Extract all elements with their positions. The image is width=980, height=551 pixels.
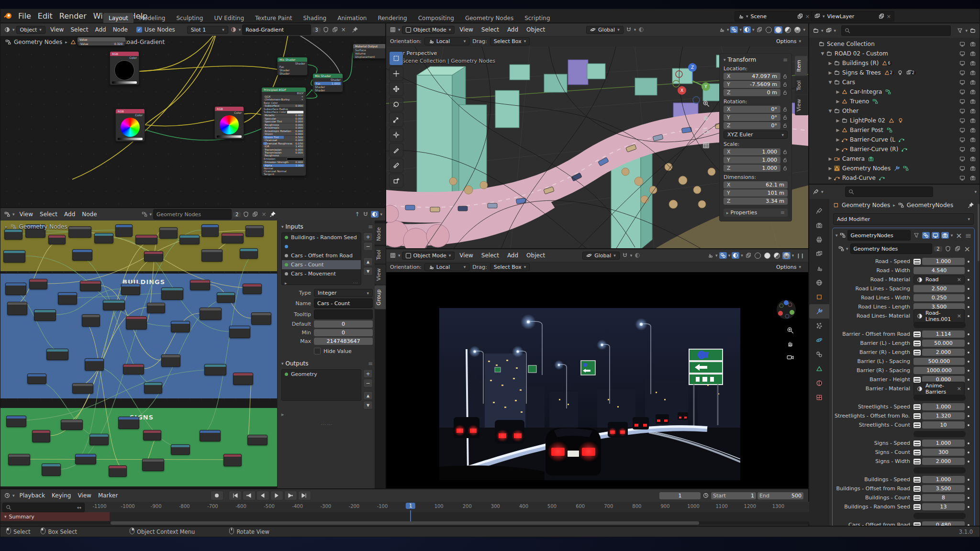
disable-in-render-icon[interactable] xyxy=(970,165,976,171)
value-node[interactable]: ValueValue0.320 xyxy=(77,37,126,46)
tab-output-icon[interactable] xyxy=(809,232,829,247)
toolbar-select-box-tool[interactable] xyxy=(389,51,403,66)
clock-icon[interactable] xyxy=(702,492,710,499)
node-value-row[interactable]: Anisotropic Rotation0.000 xyxy=(263,130,304,132)
outliner-item-label[interactable]: Geometry Nodes xyxy=(842,165,891,172)
graph-node[interactable] xyxy=(161,354,180,367)
copy-icon[interactable] xyxy=(331,26,339,33)
graph-node[interactable] xyxy=(68,226,91,238)
workspace-tab-animation[interactable]: Animation xyxy=(332,13,372,23)
copy-icon[interactable] xyxy=(954,245,961,252)
pause-icon[interactable]: ❙❙ xyxy=(795,253,805,259)
hide-in-viewport-icon[interactable] xyxy=(959,41,965,47)
graph-node[interactable] xyxy=(115,224,133,237)
orientation-dropdown[interactable]: Local▾ xyxy=(424,37,470,45)
graph-node[interactable] xyxy=(245,225,264,237)
outliner-row[interactable]: ▼ROAD 02 - Custom xyxy=(809,49,980,58)
graph-node[interactable] xyxy=(179,235,200,244)
toolbar-annotate-tool[interactable] xyxy=(389,143,403,157)
driver-icon[interactable] xyxy=(913,377,921,383)
graph-node[interactable] xyxy=(223,454,242,466)
slot-dropdown[interactable]: Slot 1▾ xyxy=(187,26,228,34)
tooltip-field[interactable] xyxy=(314,309,373,319)
pin-icon[interactable] xyxy=(351,26,359,33)
topbar-menu-render[interactable]: Render xyxy=(56,11,90,22)
location-field[interactable]: X47.097 m xyxy=(724,73,780,80)
disable-in-render-icon[interactable] xyxy=(970,137,976,143)
use-nodes-checkbox[interactable]: ✓Use Nodes xyxy=(136,26,175,33)
close-icon[interactable]: × xyxy=(955,231,963,241)
mix-shader-node[interactable]: Mix ShaderShaderFac1.000ShaderShader xyxy=(312,73,343,92)
param-value-field[interactable]: 1.000 xyxy=(922,403,965,410)
expand-icon[interactable]: ▶ xyxy=(827,166,833,171)
expand-icon[interactable]: ▶ xyxy=(835,99,841,104)
move-down-button[interactable]: ▼ xyxy=(363,401,373,409)
graph-node[interactable] xyxy=(222,233,244,243)
hand-icon[interactable] xyxy=(787,340,794,347)
animate-dot[interactable] xyxy=(968,297,969,299)
graph-node[interactable] xyxy=(103,300,125,310)
node-value-row[interactable]: Alpha1.000 xyxy=(263,164,304,167)
rotation-field[interactable]: X0° xyxy=(724,106,780,113)
modifier-name-field[interactable]: GeometryNodes xyxy=(847,230,911,241)
auto-keying-button[interactable] xyxy=(211,491,223,500)
snap-magnet-icon[interactable] xyxy=(625,26,633,33)
graph-node[interactable] xyxy=(161,287,183,300)
shading-wireframe-icon[interactable] xyxy=(765,26,773,33)
nav-gizmo-mini[interactable] xyxy=(776,299,797,322)
filter-display-icon[interactable] xyxy=(825,27,833,34)
frame-start-field[interactable]: Start1 xyxy=(711,492,756,499)
animate-dot[interactable] xyxy=(968,315,969,317)
outliner-item-label[interactable]: Buildings (R) xyxy=(842,60,879,66)
shader-menu-select[interactable]: Select xyxy=(67,25,91,34)
hide-in-viewport-icon[interactable] xyxy=(959,118,965,123)
snap-magnet-icon[interactable] xyxy=(362,211,369,218)
tab-modifiers-icon[interactable] xyxy=(809,304,829,319)
graph-node[interactable] xyxy=(3,250,25,263)
disable-in-render-icon[interactable] xyxy=(970,108,976,114)
geo-menu-select[interactable]: Select xyxy=(36,210,61,219)
disable-in-render-icon[interactable] xyxy=(970,175,976,181)
tab-render-icon[interactable] xyxy=(809,218,829,232)
parent-tree-icon[interactable]: ↑ xyxy=(354,210,360,218)
param-value-field[interactable]: 50.000 xyxy=(922,340,965,347)
hide-in-viewport-icon[interactable] xyxy=(959,70,965,76)
shield-icon[interactable] xyxy=(322,26,330,33)
editor-type-icon[interactable] xyxy=(3,492,11,499)
value-field[interactable]: Value0.320 xyxy=(79,42,124,45)
viewlayer-selector[interactable]: ▾ ViewLayer × xyxy=(811,11,894,22)
close-icon[interactable]: × xyxy=(260,210,267,218)
param-value-field[interactable]: 0.250 xyxy=(913,294,965,301)
close-icon[interactable]: × xyxy=(887,13,891,20)
xray-icon[interactable] xyxy=(756,26,763,33)
toolbar-transform-tool[interactable] xyxy=(389,128,403,142)
lock-open-icon[interactable] xyxy=(782,115,788,120)
new-collection-icon[interactable] xyxy=(969,27,977,34)
default-field[interactable]: 0 xyxy=(314,320,373,328)
breadcrumb-item[interactable]: Geometry Nodes xyxy=(14,39,62,45)
render-toggle-icon[interactable] xyxy=(941,232,949,239)
rotation-field[interactable]: Y0° xyxy=(724,114,780,121)
graph-node[interactable] xyxy=(48,235,66,244)
param-value-field[interactable]: 3.500 xyxy=(922,485,965,492)
viewport-menu-add[interactable]: Add xyxy=(504,251,522,260)
graph-node[interactable] xyxy=(29,279,47,289)
tab-tool-icon[interactable] xyxy=(809,204,829,218)
graph-node[interactable] xyxy=(82,314,100,327)
graph-node[interactable] xyxy=(72,383,93,394)
graph-node[interactable] xyxy=(32,430,50,442)
node-dropdown[interactable]: GGX▾ xyxy=(263,95,304,98)
lock-open-icon[interactable] xyxy=(782,82,788,87)
play-button[interactable] xyxy=(270,491,283,500)
shader-type-dropdown[interactable]: Object▾ xyxy=(16,26,45,34)
graph-node[interactable] xyxy=(89,434,109,445)
close-icon[interactable]: × xyxy=(805,13,810,20)
node-swatch-row[interactable]: Subsurface Color xyxy=(262,110,306,114)
param-value-field[interactable]: 4.540 xyxy=(913,267,965,274)
frame-end-field[interactable]: End500 xyxy=(757,492,803,499)
driver-icon[interactable] xyxy=(913,404,921,410)
workspace-tab-layout[interactable]: Layout xyxy=(103,13,134,23)
animate-dot[interactable] xyxy=(968,270,969,272)
expand-icon[interactable]: ▼ xyxy=(827,80,833,85)
driver-icon[interactable] xyxy=(913,522,921,526)
